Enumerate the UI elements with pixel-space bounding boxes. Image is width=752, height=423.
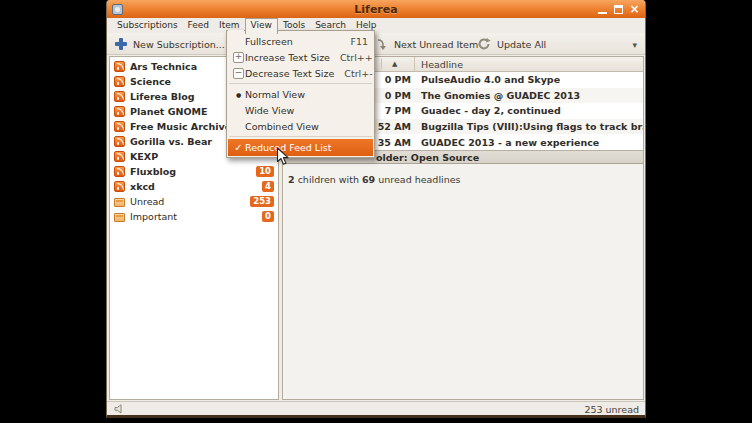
- feed-label: xkcd: [130, 181, 155, 192]
- unread-count: 69: [362, 174, 375, 185]
- feed-label: Science: [130, 76, 171, 87]
- headline-title: Guadec - day 2, continued: [415, 105, 561, 116]
- menu-item-label: Tools: [283, 20, 305, 30]
- menu-item-shortcut: Ctrl+-: [334, 68, 372, 79]
- screen-background: Liferea SubscriptionsFeedItemViewToolsSe…: [0, 0, 752, 423]
- unread-count-badge: 4: [262, 181, 274, 192]
- summary-text-2: unread headlines: [375, 174, 460, 185]
- maximize-icon[interactable]: [613, 4, 624, 15]
- feed-label: Free Music Archive: [130, 121, 231, 132]
- menu-item-label: Decrease Text Size: [245, 68, 334, 79]
- view-menu-item-reduced-feed-list[interactable]: Reduced Feed List: [228, 139, 373, 156]
- statusbar-unread-count: 253 unread: [584, 404, 639, 415]
- feed-icon: [114, 91, 125, 102]
- feed-label: Fluxblog: [130, 166, 176, 177]
- menu-item-feed[interactable]: Feed: [183, 18, 214, 33]
- headline-title: The Gnomies @ GUADEC 2013: [415, 90, 580, 101]
- feed-icon: [114, 121, 125, 132]
- feed-label: KEXP: [130, 151, 158, 162]
- summary-text-1: children with: [295, 174, 362, 185]
- feed-icon: [114, 181, 125, 192]
- chevron-down-icon: ▾: [632, 40, 637, 50]
- unread-count-badge: 0: [262, 211, 274, 222]
- menu-bar: SubscriptionsFeedItemViewToolsSearchHelp: [107, 18, 645, 33]
- add-icon: [115, 38, 127, 50]
- headline-column-header[interactable]: Headline: [415, 57, 643, 71]
- update-all-button[interactable]: Update All: [473, 35, 550, 53]
- update-all-label: Update All: [497, 39, 546, 50]
- view-menu-item-combined-view[interactable]: Combined View: [228, 118, 373, 134]
- menu-item-label: Wide View: [245, 105, 294, 116]
- headline-title: GUADEC 2013 - a new experience: [415, 137, 599, 148]
- headline-title: PulseAudio 4.0 and Skype: [415, 74, 560, 85]
- menu-item-label: Fullscreen: [245, 36, 293, 47]
- status-bar: 253 unread: [107, 401, 645, 416]
- menu-item-label: Increase Text Size: [245, 52, 330, 63]
- view-menu-item-wide-view[interactable]: Wide View: [228, 102, 373, 118]
- children-count: 2: [288, 174, 295, 185]
- next-unread-icon: [375, 38, 388, 51]
- close-icon[interactable]: [629, 4, 640, 15]
- main-area: Ars Technica Science Liferea Blog Planet…: [107, 55, 645, 401]
- unread-count-badge: 253: [250, 196, 274, 207]
- liferea-window: Liferea SubscriptionsFeedItemViewToolsSe…: [106, 0, 646, 418]
- window-controls: [592, 4, 640, 15]
- feed-list-item-fluxblog[interactable]: Fluxblog 10: [110, 164, 278, 179]
- feed-icon: [114, 61, 125, 72]
- feed-list-item-xkcd[interactable]: xkcd 4: [110, 179, 278, 194]
- title-bar[interactable]: Liferea: [107, 0, 645, 18]
- view-menu-item-normal-view[interactable]: Normal View: [228, 86, 373, 102]
- menu-item-label: Item: [219, 20, 240, 30]
- feed-icon: [114, 213, 125, 222]
- menu-item-label: Feed: [188, 20, 209, 30]
- next-unread-item-button[interactable]: Next Unread Item: [371, 35, 482, 53]
- toolbar: New Subscription... Next Unread Item Upd…: [107, 33, 645, 55]
- menu-item-lead-icon: [232, 52, 245, 63]
- menu-item-label: Normal View: [245, 89, 305, 100]
- menu-item-label: Help: [356, 20, 377, 30]
- toolbar-overflow-button[interactable]: ▾: [628, 36, 641, 54]
- item-view-title: older: Open Source: [376, 152, 479, 163]
- feed-list-item-important[interactable]: Important 0: [110, 209, 278, 224]
- feed-icon: [114, 151, 125, 162]
- view-menu: Fullscreen F11 Increase Text Size Ctrl++…: [226, 30, 375, 158]
- feed-label: Gorilla vs. Bear: [130, 136, 212, 147]
- feed-label: Unread: [130, 196, 164, 207]
- menu-item-lead-icon: [232, 91, 245, 98]
- feed-label: Ars Technica: [130, 61, 197, 72]
- view-menu-item-fullscreen[interactable]: Fullscreen F11: [228, 33, 373, 49]
- item-view-content: 2 children with 69 unread headlines: [283, 164, 643, 399]
- menu-item-label: View: [251, 20, 272, 30]
- menu-item-shortcut: Ctrl++: [330, 52, 373, 63]
- feed-list-item-unread[interactable]: Unread 253: [110, 194, 278, 209]
- next-unread-label: Next Unread Item: [394, 39, 478, 50]
- menu-item-shortcut: F11: [340, 36, 368, 47]
- sort-asc-icon: ▲: [392, 60, 397, 68]
- new-subscription-label: New Subscription...: [133, 39, 225, 50]
- update-icon: [477, 37, 491, 51]
- feed-icon: [114, 106, 125, 117]
- feed-icon: [114, 136, 125, 147]
- headline-title: Bugzilla Tips (VIII):Using flags to trac…: [415, 121, 643, 132]
- liferea-app-icon: [112, 4, 123, 15]
- menu-item-subscriptions[interactable]: Subscriptions: [112, 18, 183, 33]
- view-menu-item-decrease-text-size[interactable]: Decrease Text Size Ctrl+-: [228, 65, 373, 81]
- menu-item-label: Search: [315, 20, 346, 30]
- menu-item-label: Subscriptions: [117, 20, 178, 30]
- feed-icon: [114, 166, 125, 177]
- menu-item-lead-icon: [232, 142, 245, 153]
- unread-count-badge: 10: [256, 166, 274, 177]
- feed-label: Important: [130, 211, 177, 222]
- minimize-icon[interactable]: [597, 4, 608, 15]
- feed-icon: [114, 76, 125, 87]
- headline-column-label: Headline: [421, 59, 463, 70]
- window-title: Liferea: [107, 3, 645, 16]
- feed-icon: [114, 198, 125, 207]
- speaker-icon: [113, 403, 125, 415]
- menu-item-view[interactable]: View: [245, 18, 278, 34]
- feed-label: Planet GNOME: [130, 106, 207, 117]
- mouse-cursor-icon: [276, 147, 289, 166]
- feed-label: Liferea Blog: [130, 91, 195, 102]
- new-subscription-button[interactable]: New Subscription...: [111, 35, 229, 53]
- view-menu-item-increase-text-size[interactable]: Increase Text Size Ctrl++: [228, 49, 373, 65]
